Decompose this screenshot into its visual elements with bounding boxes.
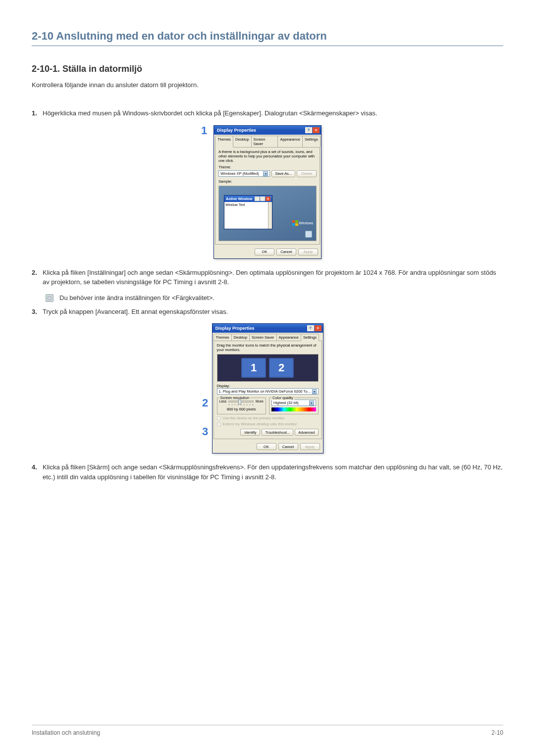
dialog2-tabs: Themes Desktop Screen Saver Appearance S… — [213, 333, 323, 341]
step-4-number: 4. — [32, 462, 43, 482]
extend-desktop-checkbox: Extend my Windows desktop onto this moni… — [217, 422, 319, 426]
troubleshoot-button[interactable]: Troubleshoot... — [262, 429, 293, 436]
ok-button[interactable]: OK — [255, 249, 274, 255]
step-4: 4. Klicka på fliken [Skärm] och ange sed… — [32, 462, 503, 482]
display-properties-dialog-1: Display Properties Themes Desktop Screen… — [214, 125, 321, 259]
tab-appearance[interactable]: Appearance — [276, 334, 301, 341]
windows-logo: Windows — [292, 220, 313, 226]
apply-button: Apply — [300, 443, 320, 450]
theme-value: Windows XP (Modified) — [220, 171, 259, 176]
checkbox — [217, 422, 221, 426]
dialog2-title: Display Properties — [215, 326, 255, 331]
mini-body-text: Window Text — [225, 203, 245, 206]
callout-2: 2 — [202, 397, 208, 409]
color-quality-select[interactable]: Highest (32 bit) ▾ — [271, 400, 316, 406]
maximize-icon: □ — [260, 197, 265, 201]
color-quality-group: Color quality Highest (32 bit) ▾ — [269, 398, 319, 414]
monitor-2-icon[interactable]: 2 — [269, 358, 294, 378]
help-icon[interactable] — [305, 127, 312, 133]
sample-preview: Active Window – □ × Window Text — [218, 186, 317, 241]
mini-title: Active Window — [226, 197, 252, 201]
step-1: 1. Högerklicka med musen på Windows-skri… — [32, 108, 503, 118]
resolution-group-title: Screen resolution — [219, 396, 250, 400]
color-quality-value: Highest (32 bit) — [273, 401, 299, 405]
chk1-label: Use this device as the primary monitor. — [223, 416, 285, 420]
step-2: 2. Klicka på fliken [Inställningar] och … — [32, 268, 503, 287]
theme-label: Theme: — [218, 165, 317, 169]
close-icon: × — [266, 197, 270, 201]
tab-themes[interactable]: Themes — [215, 136, 233, 148]
display-properties-dialog-2: Display Properties Themes Desktop Screen… — [212, 323, 323, 454]
tab-desktop[interactable]: Desktop — [231, 334, 250, 341]
tab-screensaver[interactable]: Screen Saver — [251, 136, 278, 147]
close-icon[interactable] — [313, 127, 320, 133]
recycle-bin-icon — [305, 231, 312, 238]
sub-heading: 2-10-1. Ställa in datormiljö — [32, 64, 503, 74]
primary-monitor-checkbox: Use this device as the primary monitor. — [217, 416, 319, 420]
windows-flag-icon — [292, 220, 298, 226]
note-icon: ◌ — [46, 294, 54, 302]
resolution-slider[interactable] — [228, 401, 254, 403]
chevron-down-icon: ▾ — [263, 171, 268, 176]
slider-less-label: Less — [219, 400, 227, 403]
page-footer: Installation och anslutning 2-10 — [32, 725, 503, 736]
tab-settings[interactable]: Settings — [302, 136, 321, 147]
theme-select[interactable]: Windows XP (Modified) ▾ — [218, 170, 270, 177]
step-1-number: 1. — [32, 108, 43, 118]
step-1-text: Högerklicka med musen på Windows-skrivbo… — [43, 108, 503, 118]
monitor-1-icon[interactable]: 1 — [241, 358, 266, 378]
display-label: Display: — [217, 384, 319, 388]
tab-screensaver[interactable]: Screen Saver — [249, 334, 276, 341]
display-value: 1. Plug and Play Monitor on NVIDIA GeFor… — [219, 389, 312, 394]
step-3-number: 3. — [32, 307, 43, 317]
dialog1-titlebar: Display Properties — [214, 126, 321, 135]
monitor-arrangement[interactable]: 1 2 — [217, 354, 319, 382]
step-4-text: Klicka på fliken [Skärm] och ange sedan … — [43, 462, 503, 482]
chk2-label: Extend my Windows desktop onto this moni… — [223, 422, 298, 426]
chevron-down-icon: ▾ — [309, 401, 314, 405]
delete-button: Delete — [297, 170, 317, 177]
tab-desktop[interactable]: Desktop — [233, 136, 252, 147]
sample-active-window: Active Window – □ × Window Text — [224, 195, 272, 229]
windows-label: Windows — [299, 221, 313, 225]
step-3-text: Tryck på knappen [Avancerat]. Ett annat … — [43, 307, 503, 317]
ok-button[interactable]: OK — [257, 443, 276, 450]
cancel-button[interactable]: Cancel — [278, 443, 298, 450]
note-text: Du behöver inte ändra inställningen för … — [59, 294, 214, 302]
footer-left: Installation och anslutning — [32, 729, 100, 736]
step-2-text: Klicka på fliken [Inställningar] och ang… — [43, 268, 503, 287]
close-icon[interactable] — [315, 325, 321, 331]
step-2-number: 2. — [32, 268, 43, 287]
dialog1-description: A theme is a background plus a set of so… — [218, 150, 317, 163]
apply-button: Apply — [298, 249, 318, 255]
callout-3: 3 — [202, 425, 208, 438]
intro-text: Kontrollera följande innan du ansluter d… — [32, 81, 503, 89]
screen-resolution-group: Screen resolution Less More 800 by 600 p… — [217, 398, 267, 414]
footer-right: 2-10 — [491, 729, 503, 736]
checkbox — [217, 416, 221, 420]
dialog1-title: Display Properties — [217, 128, 256, 133]
cancel-button[interactable]: Cancel — [276, 249, 296, 255]
display-select[interactable]: 1. Plug and Play Monitor on NVIDIA GeFor… — [217, 388, 319, 395]
tab-appearance[interactable]: Appearance — [277, 136, 302, 147]
minimize-icon: – — [255, 197, 260, 201]
tab-themes[interactable]: Themes — [214, 334, 232, 341]
step-2-note: ◌ Du behöver inte ändra inställningen fö… — [46, 294, 503, 302]
save-as-button[interactable]: Save As... — [271, 170, 295, 177]
callout-1: 1 — [201, 124, 207, 137]
advanced-button[interactable]: Advanced — [295, 429, 318, 436]
scrollbar — [268, 202, 272, 229]
help-icon[interactable] — [307, 325, 314, 331]
color-swatch — [271, 407, 316, 411]
identify-button[interactable]: Identify — [240, 429, 260, 436]
dialog2-titlebar: Display Properties — [213, 324, 323, 333]
chevron-down-icon: ▾ — [312, 389, 317, 394]
color-group-title: Color quality — [271, 396, 294, 400]
dialog1-tabs: Themes Desktop Screen Saver Appearance S… — [214, 135, 321, 147]
sample-label: Sample: — [218, 179, 317, 184]
step-3: 3. Tryck på knappen [Avancerat]. Ett ann… — [32, 307, 503, 317]
section-heading: 2-10 Anslutning med en dator och inställ… — [32, 30, 503, 46]
tab-settings[interactable]: Settings — [301, 334, 319, 341]
drag-text: Drag the monitor icons to match the phys… — [217, 343, 319, 352]
resolution-value: 800 by 600 pixels — [219, 407, 264, 411]
